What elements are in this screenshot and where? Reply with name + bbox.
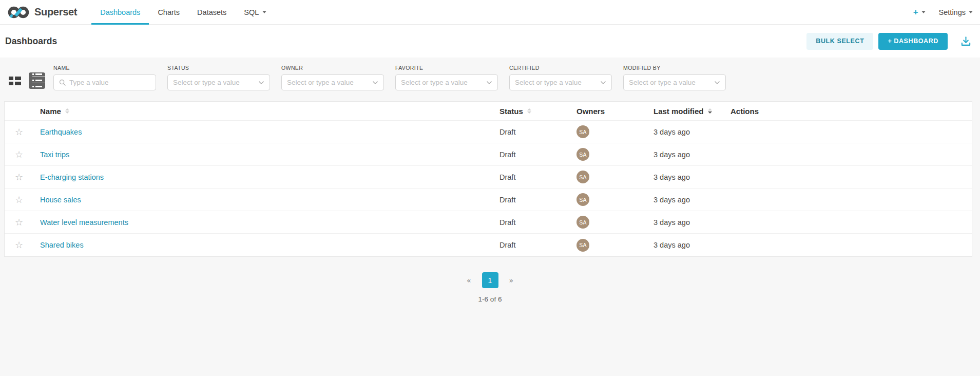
dashboard-link[interactable]: Earthquakes (40, 128, 82, 136)
status-select[interactable]: Select or type a value (167, 74, 270, 90)
superset-infinity-icon (7, 5, 30, 20)
filter-favorite: FAVORITE Select or type a value (395, 65, 498, 90)
chevron-down-icon (258, 81, 264, 85)
owner-select[interactable]: Select or type a value (281, 74, 384, 90)
nav-tab-label: Charts (158, 8, 180, 16)
chevron-down-icon (600, 81, 606, 85)
filter-label: NAME (53, 65, 156, 71)
dashboard-link[interactable]: Water level measurements (40, 218, 128, 227)
filter-label: MODIFIED BY (623, 65, 726, 71)
filter-modified-by: MODIFIED BY Select or type a value (623, 65, 726, 90)
owner-avatar[interactable]: SA (577, 193, 589, 206)
select-placeholder: Select or type a value (173, 79, 255, 86)
page-1-button[interactable]: 1 (482, 272, 498, 288)
list-icon (32, 79, 45, 83)
name-search-input[interactable] (69, 79, 150, 86)
select-placeholder: Select or type a value (515, 79, 597, 86)
owner-avatar[interactable]: SA (577, 216, 589, 229)
column-label: Status (499, 107, 523, 116)
column-header-name[interactable]: Name (33, 107, 499, 116)
new-item-menu-button[interactable]: + (913, 7, 926, 17)
superset-logo[interactable]: Superset (7, 0, 77, 24)
chevron-down-icon (969, 11, 973, 13)
plus-icon: + (913, 7, 918, 17)
modified-by-select[interactable]: Select or type a value (623, 74, 726, 90)
grid-icon (15, 77, 21, 80)
card-view-toggle[interactable] (7, 74, 23, 87)
filter-label: STATUS (167, 65, 270, 71)
favorite-star-icon[interactable]: ☆ (15, 150, 23, 159)
search-icon (59, 79, 66, 86)
table-row-water-level-measurements: ☆ Water level measurements Draft SA 3 da… (5, 211, 972, 234)
favorite-star-icon[interactable]: ☆ (15, 240, 23, 250)
nav-tab-dashboards[interactable]: Dashboards (91, 0, 149, 24)
dashboard-link[interactable]: Taxi trips (40, 151, 69, 159)
column-header-status[interactable]: Status (499, 107, 577, 116)
nav-tab-sql[interactable]: SQL (235, 0, 275, 24)
next-page-button[interactable]: » (509, 276, 514, 285)
table-row-e-charging-stations: ☆ E-charging stations Draft SA 3 days ag… (5, 166, 972, 189)
name-search-field[interactable] (53, 74, 156, 90)
column-header-actions: Actions (731, 107, 972, 116)
favorite-star-icon[interactable]: ☆ (15, 195, 23, 204)
favorite-star-icon[interactable]: ☆ (15, 218, 23, 227)
page-header: Dashboards BULK SELECT + DASHBOARD (0, 25, 980, 58)
last-modified-cell: 3 days ago (654, 196, 731, 204)
bulk-select-button[interactable]: BULK SELECT (806, 33, 873, 50)
filter-label: OWNER (281, 65, 384, 71)
dashboards-list-view: NAME STATUS Select or type a value OWNER (0, 58, 980, 376)
dashboard-link[interactable]: E-charging stations (40, 173, 104, 181)
dashboard-link[interactable]: Shared bikes (40, 241, 84, 249)
last-modified-cell: 3 days ago (654, 241, 731, 249)
last-modified-cell: 3 days ago (654, 173, 731, 181)
status-cell: Draft (499, 128, 577, 136)
view-mode-toggles (7, 72, 45, 89)
prev-page-button[interactable]: « (467, 276, 471, 285)
filter-certified: CERTIFIED Select or type a value (509, 65, 612, 90)
status-cell: Draft (499, 151, 577, 159)
favorite-star-icon[interactable]: ☆ (15, 127, 23, 137)
chevron-down-icon (921, 11, 926, 13)
owner-avatar[interactable]: SA (577, 148, 589, 161)
table-row-house-sales: ☆ House sales Draft SA 3 days ago (5, 189, 972, 211)
list-icon (32, 72, 45, 77)
table-row-shared-bikes: ☆ Shared bikes Draft SA 3 days ago (5, 234, 972, 256)
filter-label: CERTIFIED (509, 65, 612, 71)
list-view-toggle[interactable] (29, 72, 45, 89)
status-cell: Draft (499, 241, 577, 249)
favorite-star-icon[interactable]: ☆ (15, 173, 23, 182)
nav-tab-label: Dashboards (100, 8, 140, 16)
chevron-down-icon (486, 81, 492, 85)
status-cell: Draft (499, 196, 577, 204)
nav-tab-charts[interactable]: Charts (149, 0, 188, 24)
owner-avatar[interactable]: SA (577, 171, 589, 183)
new-dashboard-button[interactable]: + DASHBOARD (878, 33, 948, 50)
settings-label: Settings (939, 8, 966, 16)
table-row-earthquakes: ☆ Earthquakes Draft SA 3 days ago (5, 121, 972, 143)
filter-status: STATUS Select or type a value (167, 65, 270, 90)
download-icon (960, 35, 972, 47)
last-modified-cell: 3 days ago (654, 218, 731, 227)
dashboards-table: Name Status Owners Last modified Actions… (4, 101, 972, 257)
filter-name: NAME (53, 65, 156, 90)
column-header-owners: Owners (577, 107, 654, 116)
chevron-down-icon (262, 11, 266, 13)
select-placeholder: Select or type a value (287, 79, 369, 86)
brand-name: Superset (34, 6, 77, 18)
certified-select[interactable]: Select or type a value (509, 74, 612, 90)
pagination-summary: 1-6 of 6 (0, 295, 980, 303)
favorite-select[interactable]: Select or type a value (395, 74, 498, 90)
header-actions: BULK SELECT + DASHBOARD (806, 33, 972, 50)
sort-desc-icon (708, 108, 712, 114)
export-dashboards-button[interactable] (960, 35, 972, 47)
owner-avatar[interactable]: SA (577, 125, 589, 138)
owner-avatar[interactable]: SA (577, 239, 589, 252)
dashboard-link[interactable]: House sales (40, 196, 81, 204)
column-label: Last modified (654, 107, 704, 116)
settings-menu-button[interactable]: Settings (939, 8, 973, 16)
nav-tab-label: SQL (244, 8, 259, 16)
status-cell: Draft (499, 218, 577, 227)
column-header-last-modified[interactable]: Last modified (654, 107, 731, 116)
nav-tab-datasets[interactable]: Datasets (188, 0, 235, 24)
column-label: Actions (731, 107, 759, 116)
